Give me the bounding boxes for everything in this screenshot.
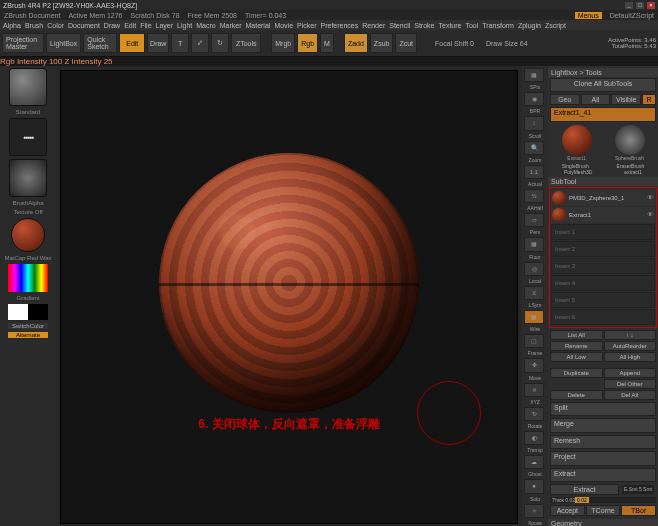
geo-button[interactable]: Geo: [550, 94, 580, 105]
menu-zscript[interactable]: Zscript: [545, 22, 566, 29]
subtool-slot[interactable]: Insert 5: [551, 292, 655, 308]
menu-brush[interactable]: Brush: [25, 22, 43, 29]
stroke-swatch[interactable]: [9, 118, 47, 156]
lightbox-button[interactable]: LightBox: [46, 33, 81, 53]
menu-preferences[interactable]: Preferences: [321, 22, 359, 29]
append-button[interactable]: Append: [604, 368, 657, 378]
rgb-button[interactable]: Rgb: [297, 33, 318, 53]
material-swatch[interactable]: [11, 218, 45, 252]
menu-movie[interactable]: Movie: [274, 22, 293, 29]
listall-button[interactable]: List All: [550, 330, 603, 340]
menu-alpha[interactable]: Alpha: [3, 22, 21, 29]
draw-button[interactable]: Draw: [147, 33, 169, 53]
subtool-slot[interactable]: Insert 1: [551, 224, 655, 240]
lsym-icon[interactable]: ⧖: [524, 286, 544, 300]
local-icon[interactable]: ◎: [524, 262, 544, 276]
extract-sliders[interactable]: E.Smt 5 Smt: [622, 485, 654, 494]
allhigh-button[interactable]: All High: [604, 352, 657, 362]
remesh-section[interactable]: Remesh: [550, 435, 656, 449]
zcut-button[interactable]: Zcut: [395, 33, 417, 53]
extract-section[interactable]: Extract: [550, 468, 656, 482]
duplicate-button[interactable]: Duplicate: [550, 368, 603, 378]
projection-master-button[interactable]: Projection Master: [2, 33, 44, 53]
project-section[interactable]: Project: [550, 451, 656, 465]
quicksketch-button[interactable]: Quick Sketch: [83, 33, 117, 53]
draw-size[interactable]: Draw Size 64: [486, 40, 528, 47]
focal-shift[interactable]: Focal Shift 0: [435, 40, 474, 47]
delete-button[interactable]: Delete: [550, 390, 603, 400]
close-button[interactable]: ×: [647, 2, 655, 9]
wire-icon[interactable]: ▦: [524, 310, 544, 324]
zadd-button[interactable]: Zadd: [344, 33, 368, 53]
subtool-slot[interactable]: Insert 6: [551, 309, 655, 325]
menu-marker[interactable]: Marker: [220, 22, 242, 29]
max-button[interactable]: □: [636, 2, 644, 9]
visible-button[interactable]: Visible: [611, 94, 641, 105]
merge-section[interactable]: Merge: [550, 418, 656, 432]
menu-render[interactable]: Render: [362, 22, 385, 29]
menu-texture[interactable]: Texture: [438, 22, 461, 29]
subtool-slot[interactable]: Insert 4: [551, 275, 655, 291]
ghost-icon[interactable]: ☁: [524, 455, 544, 469]
brush-swatch[interactable]: [9, 68, 47, 106]
move-icon[interactable]: ✥: [524, 358, 544, 372]
tcorne-button[interactable]: TCorne: [586, 505, 621, 516]
tbor-button[interactable]: TBor: [621, 505, 656, 516]
polymesh3d-label[interactable]: PolyMesh3D: [564, 169, 592, 175]
solo-icon[interactable]: ●: [524, 479, 544, 493]
menu-stencil[interactable]: Stencil: [389, 22, 410, 29]
menu-macro[interactable]: Macro: [196, 22, 215, 29]
menu-layer[interactable]: Layer: [156, 22, 174, 29]
rot-icon[interactable]: ↻: [524, 407, 544, 421]
floor-icon[interactable]: ▦: [524, 237, 544, 251]
zoom-icon[interactable]: 🔍: [524, 141, 544, 155]
subtool-slot[interactable]: Insert 2: [551, 241, 655, 257]
alllow-button[interactable]: All Low: [550, 352, 603, 362]
clone-button[interactable]: Clone All SubTools: [550, 78, 656, 92]
subtool-slot[interactable]: Insert 3: [551, 258, 655, 274]
menu-stroke[interactable]: Stroke: [414, 22, 434, 29]
menu-zplugin[interactable]: Zplugin: [518, 22, 541, 29]
bpr-icon[interactable]: ◉: [524, 92, 544, 106]
edit-button[interactable]: Edit: [119, 33, 145, 53]
menu-document[interactable]: Document: [68, 22, 100, 29]
min-button[interactable]: _: [625, 2, 633, 9]
zsub-button[interactable]: Zsub: [370, 33, 394, 53]
autoreorder-button[interactable]: AutoReorder: [604, 341, 657, 351]
menu-color[interactable]: Color: [47, 22, 64, 29]
all-button[interactable]: All: [581, 94, 611, 105]
menu-transform[interactable]: Transform: [482, 22, 514, 29]
lightbox-tools-hdr[interactable]: Lightbox > Tools: [548, 68, 658, 77]
menu-draw[interactable]: Draw: [104, 22, 120, 29]
menu-file[interactable]: File: [140, 22, 151, 29]
scroll-icon[interactable]: ↕: [524, 116, 544, 130]
pers-icon[interactable]: ▱: [524, 213, 544, 227]
geometry-header[interactable]: Geometry: [548, 519, 658, 526]
split-section[interactable]: Split: [550, 402, 656, 416]
r-button[interactable]: R: [642, 94, 656, 105]
switch-color-button[interactable]: SwitchColor: [8, 323, 48, 329]
frame-icon[interactable]: ▢: [524, 334, 544, 348]
color-picker[interactable]: [8, 264, 48, 292]
subtool-item[interactable]: Extract1 👁: [551, 207, 655, 223]
brush-extract1-icon[interactable]: [562, 125, 592, 155]
alpha-swatch[interactable]: [9, 159, 47, 197]
mrgb-button[interactable]: Mrgb: [271, 33, 295, 53]
subtool-item[interactable]: PM3D_Zsphere30_1 👁: [551, 190, 655, 206]
alternate-button[interactable]: Alternate: [8, 332, 48, 338]
scale-button[interactable]: ⤢: [191, 33, 209, 53]
accept-button[interactable]: Accept: [550, 505, 585, 516]
ztools-button[interactable]: ZTools: [231, 33, 261, 53]
spix-icon[interactable]: ▦: [524, 68, 544, 82]
delother-button[interactable]: Del Other: [604, 379, 657, 389]
menu-material[interactable]: Material: [245, 22, 270, 29]
extract1b-label[interactable]: extract1: [624, 169, 642, 175]
xyz-icon[interactable]: ⤧: [524, 383, 544, 397]
menu-picker[interactable]: Picker: [297, 22, 316, 29]
arrows-button[interactable]: ↑ ↓: [604, 330, 657, 340]
move-button[interactable]: T: [171, 33, 189, 53]
transp-icon[interactable]: ◐: [524, 431, 544, 445]
subtool-vis-icon[interactable]: 👁: [647, 211, 654, 218]
rename-button[interactable]: Rename: [550, 341, 603, 351]
subtool-header[interactable]: SubTool: [548, 177, 658, 186]
